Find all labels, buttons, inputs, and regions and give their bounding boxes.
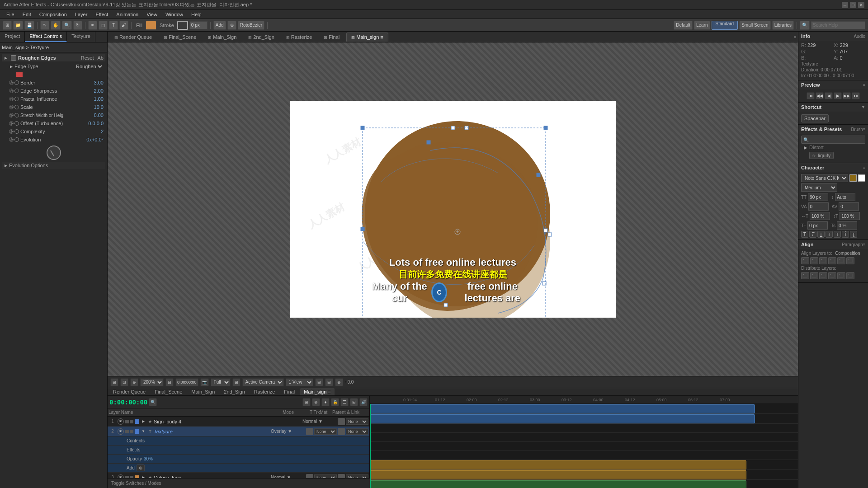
char-sub-btn[interactable]: T̃ xyxy=(842,231,849,238)
char-size-input[interactable] xyxy=(808,193,828,201)
panel-options[interactable]: ≡ xyxy=(794,35,796,39)
pen-tool[interactable]: ✒ xyxy=(88,21,97,30)
learn-workspace[interactable]: Learn xyxy=(694,21,710,30)
evolution-dial[interactable] xyxy=(47,145,61,160)
handle-tl[interactable] xyxy=(361,126,364,130)
brush-tool[interactable]: 🖌 xyxy=(119,21,128,30)
tab-effect-controls[interactable]: Effect Controls xyxy=(25,32,67,42)
view-layout-btn[interactable]: ⊞ xyxy=(315,378,323,386)
text-tool[interactable]: T xyxy=(109,21,118,30)
save-btn[interactable]: 💾 xyxy=(24,21,34,30)
dist-bottom-btn[interactable]: ⬛ xyxy=(846,272,854,279)
layer-switch-2[interactable] xyxy=(306,428,313,435)
prev-back-btn[interactable]: ◀◀ xyxy=(816,92,824,99)
layer-twirl-2[interactable]: ▼ xyxy=(141,429,146,434)
shortcut-options-icon[interactable]: ▼ xyxy=(861,105,865,109)
distort-header[interactable]: ▶ Distort xyxy=(804,145,863,150)
prev-first-btn[interactable]: ⏮ xyxy=(807,92,815,99)
zoom-select[interactable]: 200% 100% 50% xyxy=(140,378,164,386)
effects-brush-tab[interactable]: Brush xyxy=(851,127,863,132)
tl-tab-main-sign[interactable]: Main_Sign xyxy=(188,388,218,395)
border-value[interactable]: 3.00 xyxy=(94,80,104,85)
info-audio-tab[interactable]: Audio xyxy=(854,34,865,39)
region-btn[interactable]: ⊞ xyxy=(232,378,241,386)
edge-sharpness-value[interactable]: 2.00 xyxy=(94,88,104,94)
tab-2nd-sign[interactable]: ⊞2nd_Sign xyxy=(243,33,279,42)
menu-window[interactable]: Window xyxy=(162,11,187,18)
liquify-btn[interactable]: fx liquify xyxy=(809,152,834,159)
complexity-value[interactable]: 2 xyxy=(101,129,104,134)
add-effect-btn[interactable]: ⊕ xyxy=(137,465,145,471)
menu-view[interactable]: View xyxy=(143,11,161,18)
stroke-width-input[interactable] xyxy=(189,21,208,29)
layer-parent-1[interactable]: None xyxy=(346,418,368,425)
tl-tab-rasterize[interactable]: Rasterize xyxy=(250,388,278,395)
color-swatch[interactable] xyxy=(16,72,23,77)
edge-sharpness-stopwatch[interactable]: ◷ xyxy=(9,89,14,93)
prev-play-btn[interactable]: ▶ xyxy=(834,92,842,99)
tl-new-comp-btn[interactable]: ⊞ xyxy=(302,398,311,406)
tl-tab-2nd-sign[interactable]: 2nd_Sign xyxy=(220,388,249,395)
camera-select[interactable]: Active Camera xyxy=(242,378,284,386)
align-options-icon[interactable]: ≡ xyxy=(863,242,865,247)
libraries-workspace[interactable]: Libraries xyxy=(772,21,794,30)
add-circle-btn[interactable]: ⊕ xyxy=(227,21,236,30)
offset-stopwatch[interactable]: ◷ xyxy=(9,121,14,126)
open-btn[interactable]: 📁 xyxy=(13,21,23,30)
char-color-swatch[interactable] xyxy=(849,174,857,182)
menu-file[interactable]: File xyxy=(3,11,18,18)
layer-vis-2[interactable]: 👁 xyxy=(118,428,124,435)
tl-tab-main-sign-active[interactable]: Main_sign ≡ xyxy=(300,388,335,395)
edge-type-twirl[interactable]: ▶ xyxy=(9,64,14,69)
tl-lock-btn[interactable]: 🔒 xyxy=(331,398,339,406)
menu-effect[interactable]: Effect xyxy=(92,11,112,18)
char-va-input[interactable] xyxy=(808,202,829,211)
viewer-safe-btn[interactable]: ⊡ xyxy=(120,378,128,386)
tl-tab-final[interactable]: Final xyxy=(280,388,298,395)
tl-bar-3[interactable] xyxy=(370,460,746,469)
standard-workspace[interactable]: Standard xyxy=(712,21,738,30)
tab-rasterize[interactable]: ⊞Rasterize xyxy=(281,33,317,42)
search-input[interactable] xyxy=(811,21,865,29)
handle-tr[interactable] xyxy=(544,126,547,130)
menu-composition[interactable]: Composition xyxy=(36,11,71,18)
layer-mode-2[interactable]: Overlay ▼ xyxy=(271,429,298,434)
viewer-snap-btn[interactable]: ⊕ xyxy=(130,378,138,386)
fractal-value[interactable]: 1.00 xyxy=(94,96,104,102)
char-italic-btn[interactable]: T xyxy=(809,231,816,238)
zoom-tool[interactable]: 🔍 xyxy=(62,21,72,30)
tab-main-sign-active[interactable]: ⊞Main_sign ≡ xyxy=(346,33,388,42)
fill-swatch[interactable] xyxy=(146,21,156,30)
tab-main-sign[interactable]: ⊞Main_Sign xyxy=(203,33,241,42)
roto-btn[interactable]: RotoBezier xyxy=(238,21,264,30)
viewer-area[interactable]: 人人素材 RRCG 人人素材 RRCG 人人素材 xyxy=(108,42,798,376)
layer-parent-2[interactable]: None xyxy=(346,428,368,435)
align-left-btn[interactable]: ⬛ xyxy=(801,257,809,264)
effects-search-input[interactable] xyxy=(801,136,865,144)
small-screen-workspace[interactable]: Small Screen xyxy=(739,21,770,30)
rotation-tool[interactable]: ↻ xyxy=(73,21,82,30)
selection-tool[interactable]: ↖ xyxy=(40,21,49,30)
menu-edit[interactable]: Edit xyxy=(19,11,35,18)
layer-trkmat-2[interactable]: None xyxy=(314,428,337,435)
minimize-button[interactable]: ─ xyxy=(842,2,848,8)
quality-select[interactable]: Full Half xyxy=(211,378,231,386)
char-smallcaps-btn[interactable]: T̈ xyxy=(826,231,833,238)
tab-project[interactable]: Project xyxy=(0,32,25,42)
menu-animation[interactable]: Animation xyxy=(113,11,142,18)
char-leading-input[interactable] xyxy=(835,193,855,201)
evolution-options-header[interactable]: ▶ Evolution Options xyxy=(2,162,105,169)
align-header[interactable]: Align Paragraph ≡ xyxy=(798,240,868,249)
close-button[interactable]: ✕ xyxy=(858,2,864,8)
align-top-btn[interactable]: ⬛ xyxy=(828,257,836,264)
tl-guide-btn[interactable]: ⊕ xyxy=(312,398,320,406)
layer-vis-1[interactable]: 👁 xyxy=(118,418,124,425)
effect-twirl[interactable]: ▶ xyxy=(4,56,8,60)
tab-final[interactable]: ⊞Final xyxy=(319,33,344,42)
default-workspace[interactable]: Default xyxy=(674,21,693,30)
char-hscale-input[interactable] xyxy=(810,212,830,220)
tl-tab-final-scene[interactable]: Final_Scene xyxy=(151,388,186,395)
border-stopwatch[interactable]: ◷ xyxy=(9,80,14,85)
stretch-stopwatch[interactable]: ◷ xyxy=(9,113,14,117)
scale-stopwatch[interactable]: ◷ xyxy=(9,105,14,109)
